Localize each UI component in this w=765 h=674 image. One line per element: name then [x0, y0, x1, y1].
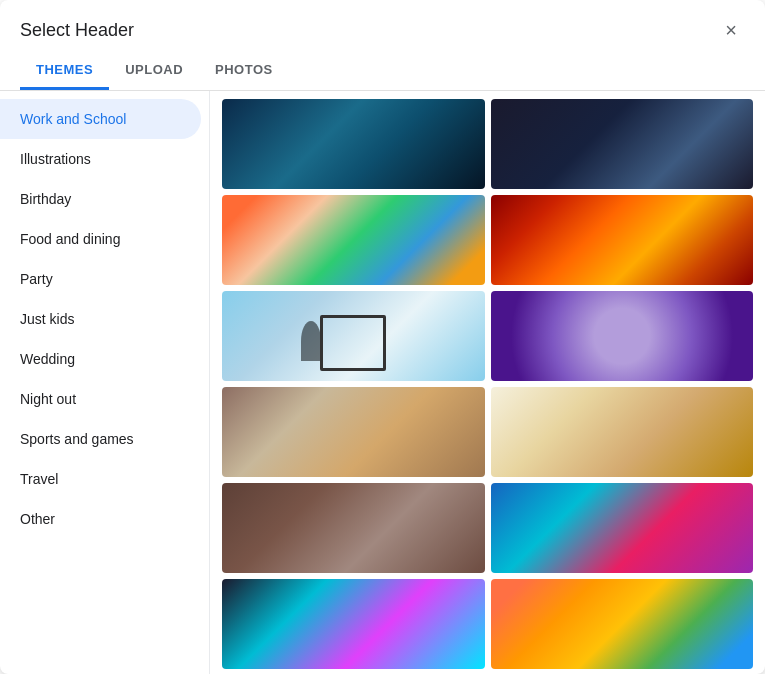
tabs-bar: THEMES UPLOAD PHOTOS [0, 52, 765, 91]
image-thumb-11[interactable] [222, 579, 485, 669]
sidebar-item-wedding[interactable]: Wedding [0, 339, 201, 379]
image-thumb-8[interactable] [491, 387, 754, 477]
image-thumb-12[interactable] [491, 579, 754, 669]
sidebar-item-just-kids[interactable]: Just kids [0, 299, 201, 339]
image-thumb-2[interactable] [491, 99, 754, 189]
image-thumb-9[interactable] [222, 483, 485, 573]
category-sidebar: Work and School Illustrations Birthday F… [0, 91, 210, 674]
tab-photos[interactable]: PHOTOS [199, 52, 289, 90]
tab-upload[interactable]: UPLOAD [109, 52, 199, 90]
dialog-content: Work and School Illustrations Birthday F… [0, 91, 765, 674]
sidebar-item-work-and-school[interactable]: Work and School [0, 99, 201, 139]
sidebar-item-travel[interactable]: Travel [0, 459, 201, 499]
images-grid [222, 99, 753, 669]
sidebar-item-birthday[interactable]: Birthday [0, 179, 201, 219]
dialog-header: Select Header × [0, 0, 765, 52]
sidebar-item-night-out[interactable]: Night out [0, 379, 201, 419]
sidebar-item-illustrations[interactable]: Illustrations [0, 139, 201, 179]
image-thumb-7[interactable] [222, 387, 485, 477]
dialog-title: Select Header [20, 20, 134, 41]
image-thumb-1[interactable] [222, 99, 485, 189]
images-panel [210, 91, 765, 674]
tab-themes[interactable]: THEMES [20, 52, 109, 90]
sidebar-item-food-and-dining[interactable]: Food and dining [0, 219, 201, 259]
image-thumb-4[interactable] [491, 195, 754, 285]
image-thumb-10[interactable] [491, 483, 754, 573]
image-thumb-3[interactable] [222, 195, 485, 285]
image-thumb-6[interactable] [491, 291, 754, 381]
sidebar-item-other[interactable]: Other [0, 499, 201, 539]
close-button[interactable]: × [717, 16, 745, 44]
image-thumb-5[interactable] [222, 291, 485, 381]
sidebar-item-sports-and-games[interactable]: Sports and games [0, 419, 201, 459]
select-header-dialog: Select Header × THEMES UPLOAD PHOTOS Wor… [0, 0, 765, 674]
sidebar-item-party[interactable]: Party [0, 259, 201, 299]
